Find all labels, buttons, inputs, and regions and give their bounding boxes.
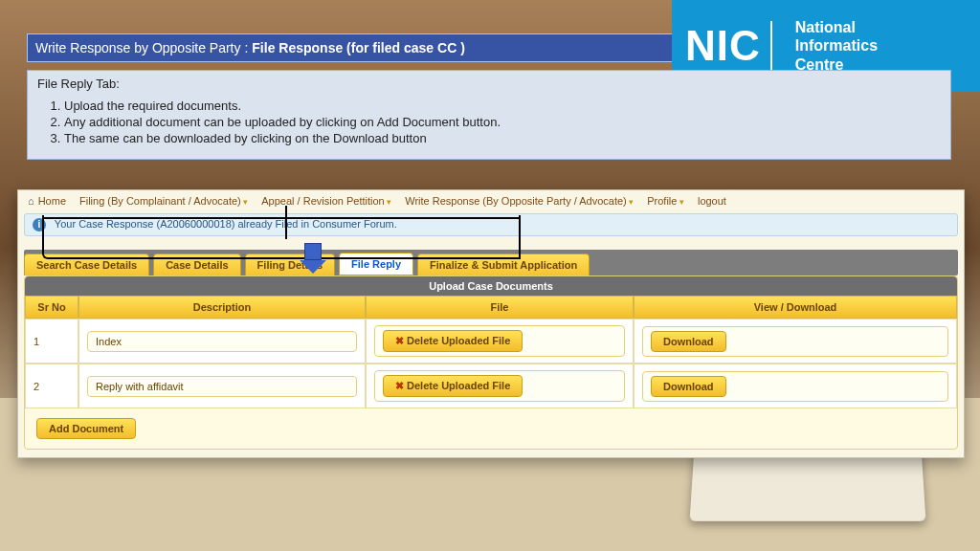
- app-panel: Home Filing (By Complainant / Advocate) …: [17, 189, 965, 458]
- documents-card: Upload Case Documents Sr No Description …: [24, 276, 958, 450]
- cell-file: Delete Uploaded File: [366, 319, 634, 364]
- cell-description: Index: [78, 319, 366, 364]
- title-bold: File Response (for filed case CC ): [252, 40, 465, 55]
- col-view-download: View / Download: [634, 296, 957, 319]
- annotation-line: [285, 206, 287, 239]
- instruction-item: The same can be downloaded by clicking o…: [64, 131, 941, 145]
- nic-abbr-text: NIC: [685, 22, 761, 70]
- menu-write-response[interactable]: Write Response (By Opposite Party / Advo…: [405, 195, 634, 207]
- nic-abbr: NIC: [685, 21, 782, 71]
- logo-divider: [770, 21, 772, 71]
- nic-line1: National: [795, 18, 878, 36]
- menu-profile[interactable]: Profile: [647, 195, 684, 207]
- table-row: 1 Index Delete Uploaded File Download: [25, 319, 957, 364]
- nic-fullname: National Informatics Centre: [795, 18, 878, 74]
- menu-appeal[interactable]: Appeal / Revision Pettition: [261, 195, 391, 207]
- info-alert: i Your Case Response (A20060000018) alre…: [24, 213, 958, 236]
- view-cell: Download: [642, 371, 948, 402]
- description-value: Reply with affidavit: [87, 376, 357, 397]
- col-srno: Sr No: [25, 296, 78, 319]
- view-cell: Download: [642, 326, 948, 357]
- cell-srno: 1: [25, 319, 78, 364]
- download-button[interactable]: Download: [651, 376, 726, 397]
- instruction-item: Any additional document can be uploaded …: [64, 115, 941, 129]
- tab-finalize-submit[interactable]: Finalize & Submit Application: [417, 253, 590, 276]
- nic-line2: Informatics: [795, 36, 878, 55]
- col-file: File: [366, 296, 634, 319]
- menubar: Home Filing (By Complainant / Advocate) …: [18, 190, 964, 211]
- cell-view: Download: [634, 364, 957, 408]
- alert-text: Your Case Response (A20060000018) alread…: [55, 218, 397, 230]
- menu-logout[interactable]: logout: [698, 195, 726, 207]
- description-value: Index: [87, 331, 357, 352]
- tab-search-case-details[interactable]: Search Case Details: [24, 253, 149, 276]
- menu-home[interactable]: Home: [28, 195, 66, 207]
- documents-table: Sr No Description File View / Download 1…: [25, 296, 957, 408]
- instruction-box: File Reply Tab: Upload the required docu…: [27, 70, 951, 160]
- instruction-heading: File Reply Tab:: [37, 77, 941, 91]
- cell-file: Delete Uploaded File: [366, 364, 634, 408]
- annotation-arrow-icon: [304, 243, 326, 274]
- cell-srno: 2: [25, 364, 78, 408]
- file-cell: Delete Uploaded File: [374, 370, 625, 402]
- tab-file-reply[interactable]: File Reply: [339, 253, 413, 276]
- cell-view: Download: [634, 319, 957, 364]
- add-document-button[interactable]: Add Document: [36, 418, 136, 439]
- add-document-row: Add Document: [25, 408, 957, 449]
- delete-uploaded-file-button[interactable]: Delete Uploaded File: [383, 330, 523, 352]
- info-icon: i: [33, 218, 46, 231]
- instruction-item: Upload the required documents.: [64, 99, 941, 113]
- file-cell: Delete Uploaded File: [374, 325, 625, 357]
- documents-card-title: Upload Case Documents: [25, 276, 957, 296]
- cell-description: Reply with affidavit: [78, 364, 366, 408]
- slide-title-bar: Write Response by Opposite Party : File …: [27, 33, 673, 62]
- title-light: Write Response by Opposite Party :: [35, 40, 248, 55]
- table-row: 2 Reply with affidavit Delete Uploaded F…: [25, 364, 957, 408]
- menu-filing[interactable]: Filing (By Complainant / Advocate): [79, 195, 248, 207]
- delete-uploaded-file-button[interactable]: Delete Uploaded File: [383, 375, 523, 397]
- col-description: Description: [78, 296, 366, 319]
- tab-case-details[interactable]: Case Details: [153, 253, 240, 276]
- tab-strip: Search Case Details Case Details Filing …: [24, 250, 958, 276]
- download-button[interactable]: Download: [651, 331, 726, 352]
